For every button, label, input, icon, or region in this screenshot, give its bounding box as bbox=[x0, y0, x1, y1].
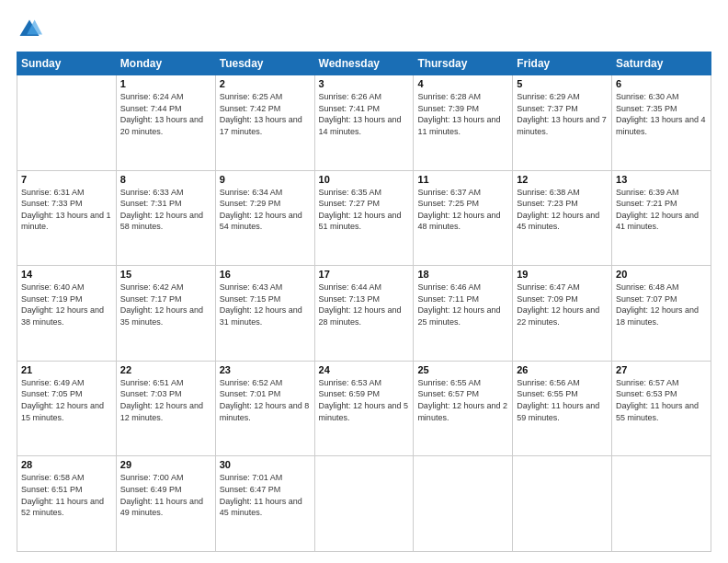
day-info: Sunrise: 6:30 AMSunset: 7:35 PMDaylight:… bbox=[616, 91, 707, 137]
day-info: Sunrise: 6:33 AMSunset: 7:31 PMDaylight:… bbox=[120, 187, 211, 233]
calendar-cell: 23Sunrise: 6:52 AMSunset: 7:01 PMDayligh… bbox=[215, 361, 314, 456]
day-number: 2 bbox=[220, 78, 311, 89]
day-number: 12 bbox=[517, 174, 608, 185]
calendar-cell bbox=[612, 456, 711, 552]
calendar-cell: 13Sunrise: 6:39 AMSunset: 7:21 PMDayligh… bbox=[612, 170, 711, 266]
header bbox=[17, 17, 711, 42]
weekday-header-sunday: Sunday bbox=[17, 52, 117, 75]
weekday-header-friday: Friday bbox=[513, 52, 612, 75]
calendar-cell: 2Sunrise: 6:25 AMSunset: 7:42 PMDaylight… bbox=[215, 75, 314, 171]
day-number: 25 bbox=[417, 364, 508, 375]
day-info: Sunrise: 6:26 AMSunset: 7:41 PMDaylight:… bbox=[319, 91, 410, 137]
day-info: Sunrise: 6:43 AMSunset: 7:15 PMDaylight:… bbox=[220, 282, 311, 327]
calendar-cell: 10Sunrise: 6:35 AMSunset: 7:27 PMDayligh… bbox=[314, 170, 414, 266]
day-info: Sunrise: 6:53 AMSunset: 6:59 PMDaylight:… bbox=[319, 377, 410, 423]
day-number: 17 bbox=[319, 269, 410, 280]
calendar-cell: 15Sunrise: 6:42 AMSunset: 7:17 PMDayligh… bbox=[116, 266, 215, 362]
day-info: Sunrise: 7:01 AMSunset: 6:47 PMDaylight:… bbox=[220, 472, 311, 518]
weekday-header-monday: Monday bbox=[116, 52, 215, 75]
calendar-cell: 17Sunrise: 6:44 AMSunset: 7:13 PMDayligh… bbox=[314, 266, 414, 362]
calendar-week-row: 14Sunrise: 6:40 AMSunset: 7:19 PMDayligh… bbox=[17, 266, 711, 362]
calendar-cell: 5Sunrise: 6:29 AMSunset: 7:37 PMDaylight… bbox=[513, 75, 612, 171]
calendar-cell: 24Sunrise: 6:53 AMSunset: 6:59 PMDayligh… bbox=[314, 361, 414, 456]
calendar-cell bbox=[17, 75, 117, 171]
day-info: Sunrise: 6:52 AMSunset: 7:01 PMDaylight:… bbox=[220, 377, 311, 423]
calendar-week-row: 21Sunrise: 6:49 AMSunset: 7:05 PMDayligh… bbox=[17, 361, 711, 456]
calendar-header: SundayMondayTuesdayWednesdayThursdayFrid… bbox=[17, 52, 711, 75]
logo bbox=[17, 17, 46, 42]
calendar-cell: 16Sunrise: 6:43 AMSunset: 7:15 PMDayligh… bbox=[215, 266, 314, 362]
calendar-cell: 12Sunrise: 6:38 AMSunset: 7:23 PMDayligh… bbox=[513, 170, 612, 266]
calendar-cell: 26Sunrise: 6:56 AMSunset: 6:55 PMDayligh… bbox=[513, 361, 612, 456]
day-number: 9 bbox=[220, 174, 311, 185]
weekday-header-tuesday: Tuesday bbox=[215, 52, 314, 75]
day-info: Sunrise: 6:49 AMSunset: 7:05 PMDaylight:… bbox=[21, 377, 112, 423]
weekday-header-wednesday: Wednesday bbox=[314, 52, 414, 75]
calendar-cell: 21Sunrise: 6:49 AMSunset: 7:05 PMDayligh… bbox=[17, 361, 117, 456]
calendar-cell: 25Sunrise: 6:55 AMSunset: 6:57 PMDayligh… bbox=[414, 361, 513, 456]
day-info: Sunrise: 6:35 AMSunset: 7:27 PMDaylight:… bbox=[319, 187, 410, 233]
day-info: Sunrise: 6:47 AMSunset: 7:09 PMDaylight:… bbox=[517, 282, 608, 327]
day-info: Sunrise: 6:25 AMSunset: 7:42 PMDaylight:… bbox=[220, 91, 311, 137]
day-number: 1 bbox=[120, 78, 211, 89]
calendar-cell: 4Sunrise: 6:28 AMSunset: 7:39 PMDaylight… bbox=[414, 75, 513, 171]
calendar-cell: 3Sunrise: 6:26 AMSunset: 7:41 PMDaylight… bbox=[314, 75, 414, 171]
calendar-cell: 7Sunrise: 6:31 AMSunset: 7:33 PMDaylight… bbox=[17, 170, 117, 266]
calendar-cell: 9Sunrise: 6:34 AMSunset: 7:29 PMDaylight… bbox=[215, 170, 314, 266]
calendar-cell: 8Sunrise: 6:33 AMSunset: 7:31 PMDaylight… bbox=[116, 170, 215, 266]
day-number: 21 bbox=[21, 364, 112, 375]
calendar-week-row: 28Sunrise: 6:58 AMSunset: 6:51 PMDayligh… bbox=[17, 456, 711, 552]
page: SundayMondayTuesdayWednesdayThursdayFrid… bbox=[0, 0, 728, 563]
day-info: Sunrise: 6:56 AMSunset: 6:55 PMDaylight:… bbox=[517, 377, 608, 423]
calendar-cell: 27Sunrise: 6:57 AMSunset: 6:53 PMDayligh… bbox=[612, 361, 711, 456]
calendar-cell bbox=[414, 456, 513, 552]
calendar-body: 1Sunrise: 6:24 AMSunset: 7:44 PMDaylight… bbox=[17, 75, 711, 552]
calendar-table: SundayMondayTuesdayWednesdayThursdayFrid… bbox=[17, 52, 711, 552]
calendar-cell: 6Sunrise: 6:30 AMSunset: 7:35 PMDaylight… bbox=[612, 75, 711, 171]
day-info: Sunrise: 6:42 AMSunset: 7:17 PMDaylight:… bbox=[120, 282, 211, 327]
calendar-cell bbox=[314, 456, 414, 552]
calendar-cell: 18Sunrise: 6:46 AMSunset: 7:11 PMDayligh… bbox=[414, 266, 513, 362]
day-number: 3 bbox=[319, 78, 410, 89]
day-number: 24 bbox=[319, 364, 410, 375]
day-info: Sunrise: 6:55 AMSunset: 6:57 PMDaylight:… bbox=[417, 377, 508, 423]
day-number: 30 bbox=[220, 459, 311, 470]
calendar-cell: 22Sunrise: 6:51 AMSunset: 7:03 PMDayligh… bbox=[116, 361, 215, 456]
day-number: 28 bbox=[21, 459, 112, 470]
day-info: Sunrise: 6:48 AMSunset: 7:07 PMDaylight:… bbox=[616, 282, 707, 327]
day-info: Sunrise: 6:28 AMSunset: 7:39 PMDaylight:… bbox=[417, 91, 508, 137]
day-info: Sunrise: 6:34 AMSunset: 7:29 PMDaylight:… bbox=[220, 187, 311, 233]
calendar-cell: 29Sunrise: 7:00 AMSunset: 6:49 PMDayligh… bbox=[116, 456, 215, 552]
day-number: 11 bbox=[417, 174, 508, 185]
day-number: 15 bbox=[120, 269, 211, 280]
day-info: Sunrise: 6:40 AMSunset: 7:19 PMDaylight:… bbox=[21, 282, 112, 327]
logo-icon bbox=[17, 17, 42, 42]
day-info: Sunrise: 7:00 AMSunset: 6:49 PMDaylight:… bbox=[120, 472, 211, 518]
day-info: Sunrise: 6:29 AMSunset: 7:37 PMDaylight:… bbox=[517, 91, 608, 137]
calendar-week-row: 1Sunrise: 6:24 AMSunset: 7:44 PMDaylight… bbox=[17, 75, 711, 171]
day-number: 10 bbox=[319, 174, 410, 185]
day-info: Sunrise: 6:46 AMSunset: 7:11 PMDaylight:… bbox=[417, 282, 508, 327]
day-number: 29 bbox=[120, 459, 211, 470]
day-number: 14 bbox=[21, 269, 112, 280]
day-number: 16 bbox=[220, 269, 311, 280]
day-number: 26 bbox=[517, 364, 608, 375]
day-number: 23 bbox=[220, 364, 311, 375]
weekday-header-saturday: Saturday bbox=[612, 52, 711, 75]
calendar-cell: 28Sunrise: 6:58 AMSunset: 6:51 PMDayligh… bbox=[17, 456, 117, 552]
day-number: 4 bbox=[417, 78, 508, 89]
calendar-cell: 30Sunrise: 7:01 AMSunset: 6:47 PMDayligh… bbox=[215, 456, 314, 552]
day-info: Sunrise: 6:58 AMSunset: 6:51 PMDaylight:… bbox=[21, 472, 112, 518]
day-number: 13 bbox=[616, 174, 707, 185]
calendar-cell bbox=[513, 456, 612, 552]
calendar-cell: 20Sunrise: 6:48 AMSunset: 7:07 PMDayligh… bbox=[612, 266, 711, 362]
calendar-cell: 11Sunrise: 6:37 AMSunset: 7:25 PMDayligh… bbox=[414, 170, 513, 266]
day-number: 20 bbox=[616, 269, 707, 280]
day-number: 7 bbox=[21, 174, 112, 185]
day-number: 19 bbox=[517, 269, 608, 280]
day-info: Sunrise: 6:39 AMSunset: 7:21 PMDaylight:… bbox=[616, 187, 707, 233]
day-number: 8 bbox=[120, 174, 211, 185]
calendar-cell: 14Sunrise: 6:40 AMSunset: 7:19 PMDayligh… bbox=[17, 266, 117, 362]
day-info: Sunrise: 6:31 AMSunset: 7:33 PMDaylight:… bbox=[21, 187, 112, 233]
calendar-week-row: 7Sunrise: 6:31 AMSunset: 7:33 PMDaylight… bbox=[17, 170, 711, 266]
